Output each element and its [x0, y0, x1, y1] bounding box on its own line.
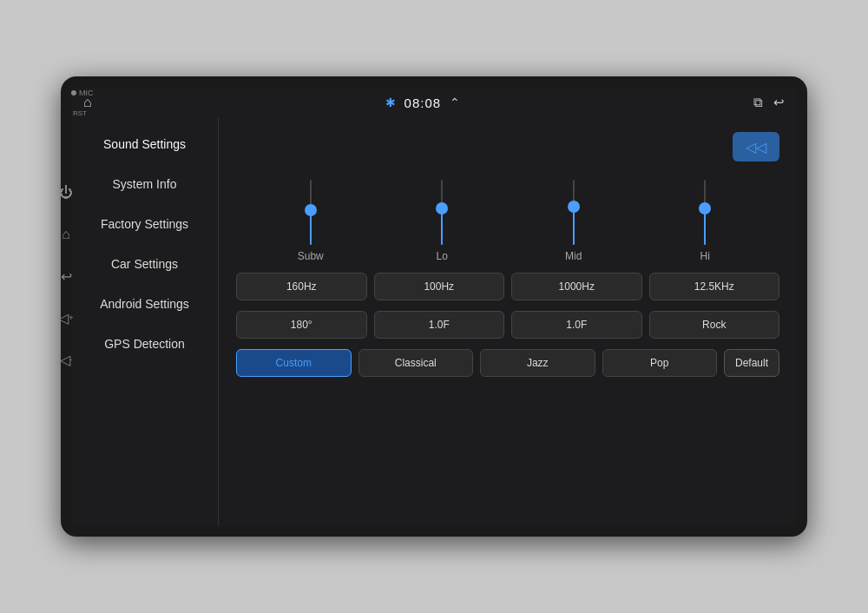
subw-label: Subw — [298, 250, 324, 262]
sidebar-item-car-settings[interactable]: Car Settings — [71, 245, 218, 283]
mid-label: Mid — [565, 250, 582, 262]
device: MIC RST ⏻ ⌂ ↩ ◁+ ◁- ⌂ ✱ 08:08 ⌃ ⧉ ↩ — [61, 76, 807, 537]
hi-fill — [704, 202, 706, 245]
subw-track — [310, 180, 312, 245]
window-icon: ⧉ — [753, 95, 763, 110]
rst-label: RST — [73, 109, 87, 117]
vol-up-side-button[interactable]: ◁+ — [54, 306, 78, 330]
preset-btn-jazz[interactable]: Jazz — [480, 349, 595, 377]
freq-btn-1000hz[interactable]: 1000Hz — [511, 273, 642, 300]
speaker-icon: ◁◁ — [746, 139, 766, 155]
lo-track — [441, 180, 443, 245]
screen: ⌂ ✱ 08:08 ⌃ ⧉ ↩ Sound Settings System In… — [71, 87, 797, 526]
freq-buttons-row: 160Hz 100Hz 1000Hz 12.5KHz — [236, 273, 779, 300]
sidebar-item-factory-settings[interactable]: Factory Settings — [71, 205, 218, 243]
eq-btn-180[interactable]: 180° — [236, 311, 367, 339]
power-button[interactable]: ⏻ — [54, 181, 78, 205]
time-display: 08:08 — [404, 96, 442, 110]
default-button[interactable]: Default — [724, 349, 779, 377]
eq-btn-rock[interactable]: Rock — [649, 311, 780, 339]
freq-btn-12khz[interactable]: 12.5KHz — [649, 273, 780, 300]
freq-btn-160hz[interactable]: 160Hz — [236, 273, 367, 300]
sidebar-item-gps-detection[interactable]: GPS Detection — [71, 325, 218, 363]
sidebar-item-sound-settings[interactable]: Sound Settings — [71, 125, 218, 163]
back-nav-icon[interactable]: ↩ — [773, 95, 785, 110]
sidebar-item-android-settings[interactable]: Android Settings — [71, 285, 218, 323]
sound-panel: ◁◁ Subw — [219, 118, 797, 526]
side-physical-controls: ⏻ ⌂ ↩ ◁+ ◁- — [54, 181, 78, 372]
mid-fill — [573, 201, 575, 245]
preset-row: Custom Classical Jazz Pop Default — [236, 349, 779, 377]
eq-btn-1f-1[interactable]: 1.0F — [374, 311, 505, 339]
lo-slider[interactable]: Lo — [416, 180, 468, 262]
hi-slider[interactable]: Hi — [679, 180, 731, 262]
status-center: ✱ 08:08 ⌃ — [385, 96, 461, 110]
hi-track — [704, 180, 706, 245]
mic-label: MIC — [71, 89, 94, 97]
sound-toggle-button[interactable]: ◁◁ — [733, 132, 779, 161]
main-content: Sound Settings System Info Factory Setti… — [71, 118, 797, 526]
freq-btn-100hz[interactable]: 100Hz — [374, 273, 505, 300]
subw-fill — [310, 204, 312, 245]
bluetooth-icon: ✱ — [385, 96, 396, 109]
status-right: ⧉ ↩ — [753, 95, 785, 110]
lo-label: Lo — [437, 250, 448, 262]
eq-btn-1f-2[interactable]: 1.0F — [511, 311, 642, 339]
status-bar: ⌂ ✱ 08:08 ⌃ ⧉ ↩ — [71, 87, 797, 118]
sliders-row: Subw Lo Mid — [236, 175, 779, 262]
mid-track — [573, 180, 575, 245]
preset-btn-custom[interactable]: Custom — [236, 349, 352, 377]
subw-slider[interactable]: Subw — [285, 180, 337, 262]
vol-down-side-button[interactable]: ◁- — [54, 347, 78, 372]
sidebar: Sound Settings System Info Factory Setti… — [71, 118, 219, 526]
chevron-up-icon: ⌃ — [450, 96, 460, 109]
mid-slider[interactable]: Mid — [548, 180, 600, 262]
sidebar-item-system-info[interactable]: System Info — [71, 165, 218, 203]
lo-fill — [441, 202, 443, 245]
back-side-button[interactable]: ↩ — [54, 264, 78, 288]
hi-label: Hi — [700, 250, 710, 262]
home-side-button[interactable]: ⌂ — [54, 222, 78, 247]
preset-btn-classical[interactable]: Classical — [358, 349, 474, 377]
preset-btn-pop[interactable]: Pop — [602, 349, 718, 377]
panel-header: ◁◁ — [236, 132, 779, 161]
eq-buttons-row: 180° 1.0F 1.0F Rock — [236, 311, 779, 339]
